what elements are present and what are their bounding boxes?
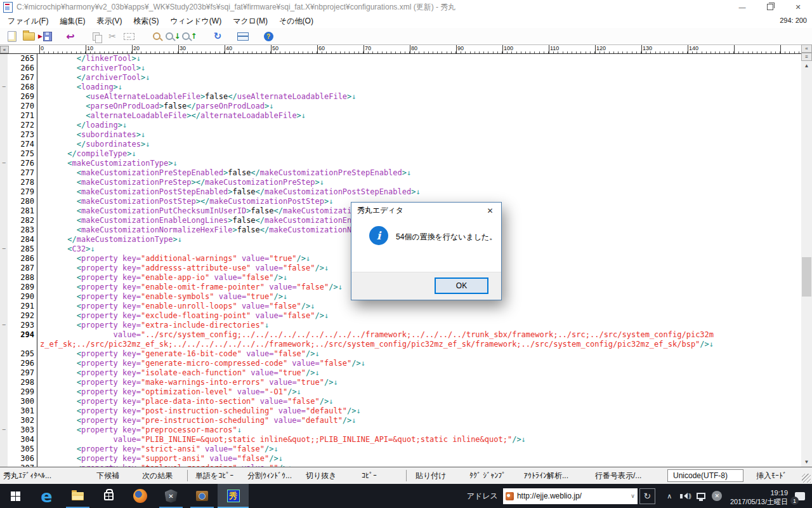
copy-button[interactable] (88, 29, 104, 43)
action-center-button[interactable]: 1 (788, 484, 812, 508)
menu-item[interactable]: ファイル(F) (2, 15, 54, 28)
fold-marker[interactable]: − (0, 321, 8, 330)
line-number: 285 (8, 244, 37, 254)
find-next-button[interactable]: ↓ (165, 29, 181, 43)
line-number: 278 (8, 178, 37, 187)
scroll-up-arrow[interactable]: ▲ (801, 61, 812, 70)
scrollbar-collapse-button[interactable]: « (801, 44, 812, 53)
split-window-button[interactable] (235, 29, 251, 43)
code-line: 269 <useAlternateLoadableFile>false</use… (0, 92, 801, 102)
taskbar-file-explorer[interactable] (62, 484, 93, 508)
clock-date: 2017/05/13/土曜日 (730, 497, 788, 506)
hidden-icons-chevron[interactable]: ∧ (662, 484, 678, 508)
store-icon (104, 492, 114, 500)
code-line: 305 <property key="strict-ansi" value="f… (0, 444, 801, 454)
status-copy[interactable]: ｺﾋﾟｰ (362, 467, 377, 484)
status-copy-word[interactable]: 単語をｺﾋﾟｰ (195, 467, 233, 484)
taskbar-camera-app[interactable] (187, 484, 218, 508)
menu-item[interactable]: マクロ(M) (227, 15, 273, 28)
code-text: <property key="enable-omit-frame-pointer… (37, 283, 343, 292)
line-number: 273 (8, 130, 37, 140)
status-line-number-display[interactable]: 行番号表示/... (595, 467, 641, 484)
cut-button[interactable]: ✂ (104, 29, 121, 43)
fold-marker[interactable]: − (0, 83, 8, 92)
line-number: 265 (8, 54, 37, 64)
close-button[interactable]: ✕ (784, 0, 812, 14)
code-text: <property key="extra-include-directories… (37, 321, 269, 330)
line-number: 297 (8, 368, 37, 378)
fold-gutter (0, 416, 8, 425)
code-text: <parseOnProdLoad>false</parseOnProdLoad>… (37, 102, 274, 111)
code-text: value="../src/system_config;../../../../… (37, 330, 714, 340)
code-text: </makeCustomizationType>↓ (37, 235, 182, 244)
restore-button[interactable] (756, 0, 784, 14)
status-separator (406, 470, 407, 481)
new-file-button[interactable] (4, 29, 20, 43)
open-file-button[interactable] (20, 29, 37, 43)
line-number: 274 (8, 140, 37, 149)
replace-button[interactable]: ↻ (209, 29, 226, 43)
vertical-scrollbar[interactable]: « ≡ ▲ ▼ (801, 44, 812, 467)
help-button[interactable]: ? (260, 29, 277, 43)
address-input[interactable]: http://ejje.weblio.jp/ ∨ (503, 488, 638, 504)
minimize-button[interactable]: — (728, 0, 756, 14)
tray-x-icon[interactable]: ✕ (709, 484, 725, 508)
ok-button[interactable]: OK (435, 277, 488, 294)
line-number (8, 340, 37, 349)
selection-button[interactable]: ↔ (121, 29, 137, 43)
find-previous-button[interactable]: ↑ (181, 29, 198, 43)
status-help[interactable]: 秀丸ｴﾃﾞｨﾀﾍﾙ... (3, 467, 51, 484)
menu-item[interactable]: 編集(E) (54, 15, 91, 28)
fold-gutter (0, 130, 8, 140)
status-cut[interactable]: 切り抜き (306, 467, 337, 484)
address-go-button[interactable]: ↻ (639, 488, 655, 504)
resize-grip[interactable] (802, 474, 811, 483)
taskbar-firefox[interactable] (124, 484, 155, 508)
fold-marker[interactable]: − (0, 425, 8, 435)
menu-item[interactable]: その他(O) (273, 15, 319, 28)
menu-item[interactable]: 検索(S) (128, 15, 164, 28)
menu-item[interactable]: ウィンドウ(W) (164, 15, 227, 28)
taskbar-store[interactable] (93, 484, 124, 508)
ruler-tick-cell: 70 (363, 45, 410, 53)
ruler-scale: 0102030405060708090100110120130140 (39, 45, 812, 53)
find-button[interactable] (148, 29, 165, 43)
undo-button[interactable]: ↩ (62, 29, 79, 43)
status-encoding[interactable]: Unicode(UTF-8) (667, 469, 743, 482)
network-icon[interactable] (693, 484, 709, 508)
status-tag-jump[interactable]: ﾀｸﾞ ｼﾞｬﾝﾌﾟ (469, 467, 506, 484)
code-text: z_ef_sk;../src/pic32mz_ef_sk;../../../..… (37, 340, 714, 349)
ruler-tick-cell (734, 45, 780, 53)
status-split-window[interactable]: 分割ｳｨﾝﾄﾞｳ... (247, 467, 292, 484)
status-next-candidate[interactable]: 下候補 (96, 467, 119, 484)
menu-item[interactable]: 表示(V) (91, 15, 128, 28)
taskbar-clock[interactable]: 19:19 2017/05/13/土曜日 (730, 486, 788, 506)
site-favicon (506, 492, 514, 500)
line-number: 306 (8, 454, 37, 464)
save-file-button[interactable]: ▶ (37, 29, 53, 43)
taskbar-edge[interactable]: e (31, 484, 62, 508)
status-paste[interactable]: 貼り付け (416, 467, 447, 484)
ruler-collapse-button[interactable]: « (0, 46, 9, 53)
taskbar-x-shield-app[interactable]: ✕ (155, 484, 187, 508)
status-insert-mode[interactable]: 挿入ﾓｰﾄﾞ (756, 467, 787, 484)
status-separator (187, 470, 188, 481)
line-number: 288 (8, 273, 37, 283)
volume-icon[interactable]: )) (678, 484, 693, 508)
scroll-down-arrow[interactable]: ▼ (801, 457, 812, 467)
fold-gutter (0, 264, 8, 273)
taskbar-hidemaru[interactable]: 秀 (218, 484, 249, 508)
line-number: 287 (8, 264, 37, 273)
chevron-down-icon[interactable]: ∨ (631, 493, 635, 499)
outline-list-button[interactable]: ≡ (801, 53, 812, 61)
status-next-result[interactable]: 次の結果 (142, 467, 173, 484)
code-line: −276 <makeCustomizationType>↓ (0, 159, 801, 168)
fold-marker[interactable]: − (0, 159, 8, 168)
code-text: <property key="additional-warnings" valu… (37, 254, 310, 264)
start-button[interactable] (0, 484, 31, 508)
status-outline-analysis[interactable]: ｱｳﾄﾗｲﾝ解析... (524, 467, 568, 484)
selection-icon: ↔ (124, 33, 134, 40)
scrollbar-thumb[interactable] (802, 257, 811, 297)
dialog-close-button[interactable]: ✕ (480, 203, 501, 218)
fold-marker[interactable]: − (0, 244, 8, 254)
